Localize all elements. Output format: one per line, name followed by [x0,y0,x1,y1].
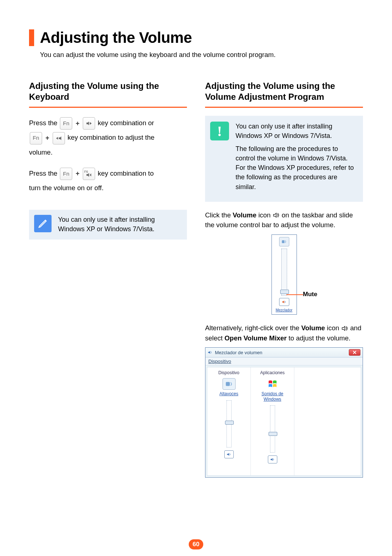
f6-label: F6 [84,168,88,175]
device-link[interactable]: Altavoces [209,391,249,396]
fn-key: Fn [60,117,72,130]
plus-sign: + [45,131,49,145]
heading-divider [205,107,363,108]
mixer-col-apps: Aplicaciones Sonidos de Windows [251,367,294,475]
device-slider[interactable] [226,400,232,447]
alert-box: ! You can only use it after installing W… [205,116,363,202]
mixer-body: Dispositivo Altavoces Aplicacio [207,367,361,476]
speaker-icon [208,350,213,355]
text: key combination or [98,119,154,127]
volume-popup[interactable]: Mezclador [271,234,297,315]
app-mute-button[interactable] [268,455,277,463]
note-box: You can only use it after installing Win… [29,210,187,240]
device-mute-button[interactable] [224,450,234,458]
mezclador-link[interactable]: Mezclador [274,308,294,312]
speaker-icon [341,324,348,334]
paragraph-right-click: Alternatively, right-click over the Volu… [205,323,363,343]
fn-key: Fn [60,168,72,180]
svg-rect-0 [282,240,284,243]
mixer-col-device: Dispositivo Altavoces [207,367,251,475]
text: key combination to [98,169,154,177]
app-slider[interactable] [270,405,275,453]
f6-mute-key: F6 [83,168,95,180]
paragraph-click-volume: Click the Volume icon on the taskbar and… [205,210,363,230]
slider-thumb[interactable] [269,432,277,436]
alert-p2: The following are the procedures to cont… [236,144,356,191]
plus-sign: + [75,167,79,181]
text: volume. [29,148,53,156]
slider-thumb[interactable] [225,421,234,425]
left-heading: Adjusting the Volume using the Keyboard [29,81,187,102]
text: icon [257,211,273,219]
alert-p1: You can only use it after installing Win… [236,122,356,140]
volume-down-key [53,132,65,144]
close-icon [352,351,357,354]
right-column: Adjusting the Volume using the Volume Ad… [205,81,363,478]
menu-dispositivo[interactable]: Dispositivo [208,359,231,364]
keyboard-paragraph-2: Press the Fn + F6 key combination to [29,166,187,181]
bold-volume: Volume [301,324,325,332]
keyboard-paragraph-2b: turn the volume on or off. [29,181,187,195]
mute-button[interactable] [279,298,289,306]
text: turn the volume on or off. [29,184,103,192]
note-text: You can only use it after installing Win… [58,215,180,234]
heading-divider [29,107,187,108]
text: icon [325,324,341,332]
page-title-row: Adjusting the Volume [29,29,363,46]
title-accent-bar [29,29,34,46]
speaker-device-icon[interactable] [222,378,236,390]
text: Alternatively, right-click over the [205,324,301,332]
text: Click the [205,211,233,219]
volume-up-key [83,117,95,130]
volume-mixer-window: Mezclador de volumen Dispositivo Disposi… [205,347,363,478]
mixer-title: Mezclador de volumen [215,350,262,355]
text: key combination to adjust the [68,134,155,141]
text: Press the [29,169,59,177]
mixer-menu[interactable]: Dispositivo [205,357,363,365]
col-header: Dispositivo [209,370,249,375]
keyboard-paragraph-1: Press the Fn + key combination or [29,116,187,130]
text: to adjust the volume. [287,334,351,342]
speaker-icon [273,210,280,220]
exclamation-icon: ! [210,122,229,140]
volume-slider[interactable] [281,249,287,296]
app-link[interactable]: Sonidos de Windows [252,391,293,402]
col-header: Aplicaciones [252,370,293,375]
right-heading: Adjusting the Volume using the Volume Ad… [205,81,363,102]
keyboard-paragraph-1b: Fn + key combination to adjust the [29,130,187,145]
keyboard-paragraph-1c: volume. [29,145,187,160]
page-number: 60 [189,539,203,549]
callout-line [286,294,303,295]
mute-callout-label: Mute [303,291,318,298]
svg-rect-1 [226,382,230,386]
close-button[interactable] [349,349,360,356]
device-icon[interactable] [279,237,289,246]
windows-logo-icon[interactable] [266,378,279,390]
alert-text: You can only use it after installing Win… [236,122,356,195]
slider-thumb[interactable] [280,290,289,294]
intro-paragraph: You can adjust the volume using the keyb… [40,51,363,59]
bold-volume: Volume [233,211,256,219]
plus-sign: + [75,116,79,131]
left-column: Adjusting the Volume using the Keyboard … [29,81,187,478]
page-title: Adjusting the Volume [40,29,192,46]
text: Press the [29,119,59,127]
mixer-titlebar[interactable]: Mezclador de volumen [205,348,363,357]
fn-key: Fn [30,132,42,144]
bold-open-mixer: Open Volume Mixer [224,334,286,342]
pencil-note-icon [34,215,52,232]
